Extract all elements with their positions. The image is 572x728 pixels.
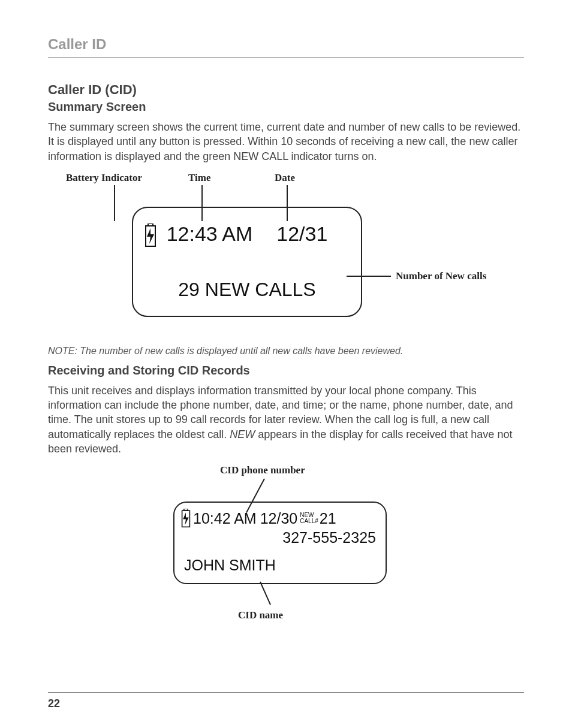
label-date: Date — [275, 172, 295, 184]
callout-line — [260, 582, 271, 605]
battery-icon — [180, 509, 189, 528]
callout-line — [114, 185, 115, 221]
heading-receiving-storing: Receiving and Storing CID Records — [48, 364, 524, 377]
lcd-summary: 12:43 AM 12/31 29 NEW CALLS — [132, 207, 362, 317]
lcd-date: 12/30 — [260, 510, 298, 527]
lcd-name: JOHN SMITH — [184, 557, 276, 574]
lcd-time: 10:42 AM — [193, 510, 257, 527]
heading-caller-id-cid: Caller ID (CID) — [48, 82, 524, 98]
page-number: 22 — [48, 692, 524, 710]
heading-summary-screen: Summary Screen — [48, 100, 524, 114]
lcd-new-calls: 29 NEW CALLS — [133, 279, 361, 301]
paragraph-summary: The summary screen shows the current tim… — [48, 120, 524, 164]
lcd-new-call-label: NEW CALL# — [300, 512, 318, 524]
lcd-time: 12:43 AM — [167, 222, 253, 246]
lcd-cid: 10:42 AM 12/30 NEW CALL# 21 327-555-2325… — [173, 502, 387, 584]
para2-italic: NEW — [230, 428, 255, 440]
figure-summary-screen: Battery Indicator Time Date Number of Ne… — [48, 172, 524, 340]
lcd-call-label: CALL# — [300, 518, 318, 524]
label-cid-name: CID name — [238, 609, 283, 621]
lcd-date: 12/31 — [276, 222, 327, 246]
label-battery-indicator: Battery Indicator — [66, 172, 142, 184]
lcd-count: 21 — [320, 510, 336, 527]
label-number-of-new-calls: Number of New calls — [396, 270, 486, 282]
section-header: Caller ID — [48, 36, 524, 58]
figure-cid-record: CID phone number 10:42 AM 12/30 NEW CALL… — [154, 464, 418, 632]
svg-marker-5 — [183, 513, 189, 525]
label-time: Time — [188, 172, 210, 184]
label-cid-phone: CID phone number — [220, 464, 305, 476]
lcd-phone-number: 327-555-2325 — [282, 529, 376, 546]
note-new-calls: NOTE: The number of new calls is display… — [48, 346, 524, 357]
paragraph-receiving: This unit receives and displays informat… — [48, 383, 524, 456]
